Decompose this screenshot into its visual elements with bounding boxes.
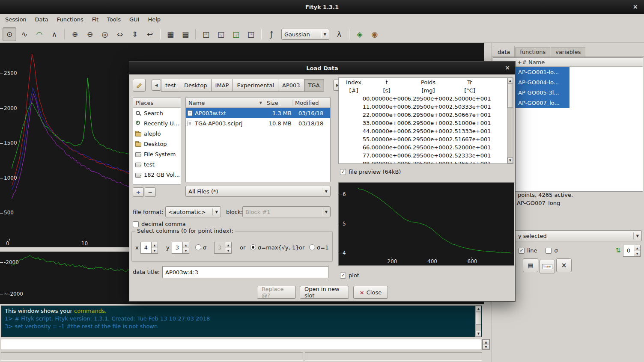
place-item[interactable]: File System [133,149,181,159]
plot-checkbox[interactable]: ✓ [340,273,346,279]
dataset-row[interactable]: AP-GO007_lo... [493,98,643,108]
fit-undo-icon[interactable]: ◉ [368,27,382,41]
dataset-row[interactable]: AP-GO005-3l... [493,87,643,98]
tab-data[interactable]: data [493,46,515,57]
menu-item[interactable]: Help [143,14,165,26]
place-item[interactable]: test [133,159,181,169]
place-item[interactable]: aleplo [133,128,181,139]
zoom-mode-icon[interactable]: ⊙ [3,27,16,41]
dataset-row[interactable]: AP-GO004-lo... [493,77,643,87]
open-in-new-slot-button[interactable]: Open in new slot [300,286,349,299]
path-back-icon[interactable]: ◀ [152,80,161,91]
y-fit-zoom-icon[interactable]: ⇅ [615,246,621,254]
data-table-button[interactable]: ▤ [523,258,538,272]
load-data-icon[interactable]: ◰ [199,27,213,41]
path-segment[interactable]: IMAP [211,79,233,92]
menu-item[interactable]: GUI [125,14,143,26]
menu-item[interactable]: Data [31,14,53,26]
dialog-close-icon[interactable]: × [505,64,510,71]
separator[interactable] [261,29,262,39]
spin-up-icon[interactable]: ▲ [152,242,158,248]
baseline-mode-icon[interactable]: ◠ [33,27,46,41]
zoom-horizontal-icon[interactable]: ⇔ [113,27,127,41]
zoom-in-icon[interactable]: ⊕ [68,27,82,41]
column-size[interactable]: Size [264,100,292,106]
spin-down-icon[interactable]: ▼ [183,248,189,254]
data-table-icon[interactable]: ▦ [164,27,177,41]
path-segment[interactable]: TGA [304,79,324,92]
place-item[interactable]: Search [133,108,181,118]
separator[interactable] [195,29,196,39]
add-place-button[interactable]: + [133,187,144,197]
delete-dataset-button[interactable]: × [556,258,572,272]
place-item[interactable]: Recently U... [133,118,181,128]
zoom-vertical-icon[interactable]: ⇕ [128,27,142,41]
output-console[interactable]: This window shows your commands. 1> # Fi… [1,306,482,337]
file-preview-checkbox[interactable]: ✓ [340,169,346,175]
separator[interactable] [64,29,65,39]
scroll-down-icon[interactable]: ▼ [476,331,481,337]
path-segment[interactable]: AP003 [278,79,304,92]
data-title-input[interactable] [162,266,328,278]
command-input[interactable] [1,339,481,350]
tab-functions[interactable]: functions [515,47,550,57]
export-plot-icon[interactable]: ◲ [229,27,243,41]
spin-up-icon[interactable]: ▲ [634,245,641,251]
scroll-up-icon[interactable]: ▲ [507,78,513,84]
places-list[interactable]: Places Search Recently U... a [133,98,181,185]
menu-item[interactable]: Fit [88,14,103,26]
file-format-select[interactable]: <automatic> ▼ [165,206,221,217]
window-close-icon[interactable]: × [632,3,638,11]
preview-scrollbar[interactable]: ▲ ▼ [507,78,513,163]
sigma-one-radio[interactable] [309,244,315,250]
add-peak-mode-icon[interactable]: ∧ [48,27,61,41]
fit-run-icon[interactable]: ◈ [353,27,367,41]
file-row[interactable]: AP003w.txt 1.3 MB 03/16/18 [186,108,330,118]
place-item[interactable]: Desktop [133,139,181,149]
data-transform-icon[interactable]: ƒ [265,27,278,41]
file-preview-table[interactable]: IndextPoidsTr [#][s][mg][°C] 00.00000e+0… [338,77,513,164]
console-scrollbar[interactable]: ▲ ▼ [475,306,481,337]
scrollbar-thumb[interactable] [507,84,513,108]
data-range-mode-icon[interactable]: ∿ [18,27,31,41]
x-column-spinner[interactable]: 4 ▲▼ [140,242,158,254]
path-segment[interactable]: Desktop [180,79,212,92]
rename-dataset-button[interactable]: Inam [540,260,555,273]
dataset-row[interactable]: AP-GO001-lo... [493,67,643,77]
point-size-spinner[interactable]: 0 ▲ ▼ [623,245,641,257]
column-modified[interactable]: Modified [292,100,319,106]
define-function-icon[interactable]: λ [332,27,346,41]
save-session-icon[interactable]: ◱ [214,27,228,41]
file-row[interactable]: TGA-AP003.sciprj 10.8 MB 03/18/18 [186,118,330,128]
scroll-down-icon[interactable]: ▼ [507,157,513,163]
session-log-icon[interactable]: ◳ [244,27,258,41]
decimal-comma-checkbox[interactable]: ✓ [133,221,139,227]
zoom-out-icon[interactable]: ⊖ [83,27,97,41]
file-list[interactable]: Name▼ Size Modified AP003w.txt 1.3 MB 03… [185,98,331,182]
type-location-button[interactable] [133,79,146,92]
spin-down-icon[interactable]: ▼ [634,251,641,257]
data-editor-icon[interactable]: ▤ [179,27,192,41]
path-segment[interactable]: test [161,79,180,92]
dataset-display-select[interactable]: y selected ▼ [495,230,642,241]
menu-item[interactable]: Functions [53,14,88,26]
scrollbar-thumb[interactable] [476,312,481,325]
spin-down-icon[interactable]: ▼ [152,248,158,254]
file-filter-select[interactable]: All Files (*) ▼ [185,186,331,197]
menu-item[interactable]: Tools [103,14,125,26]
menu-item[interactable]: Session [1,14,31,26]
previous-zoom-icon[interactable]: ↩ [143,27,157,41]
remove-place-button[interactable]: − [145,187,156,197]
sigma-max-radio[interactable] [250,244,256,250]
spin-up-icon[interactable]: ▲ [183,242,189,248]
line-checkbox[interactable]: ✓ [519,248,525,254]
close-button[interactable]: ×Close [353,286,388,299]
place-item[interactable]: 182 GB Vol... [133,169,181,180]
separator[interactable] [349,29,350,39]
function-type-select[interactable]: Gaussian ▼ [281,29,329,40]
zoom-all-icon[interactable]: ◎ [98,27,112,41]
scroll-up-icon[interactable]: ▲ [476,306,481,312]
history-down-icon[interactable]: ▼ [483,344,489,350]
sigma-checkbox[interactable]: ✓ [546,248,552,254]
path-segment[interactable]: Experimental [233,79,278,92]
